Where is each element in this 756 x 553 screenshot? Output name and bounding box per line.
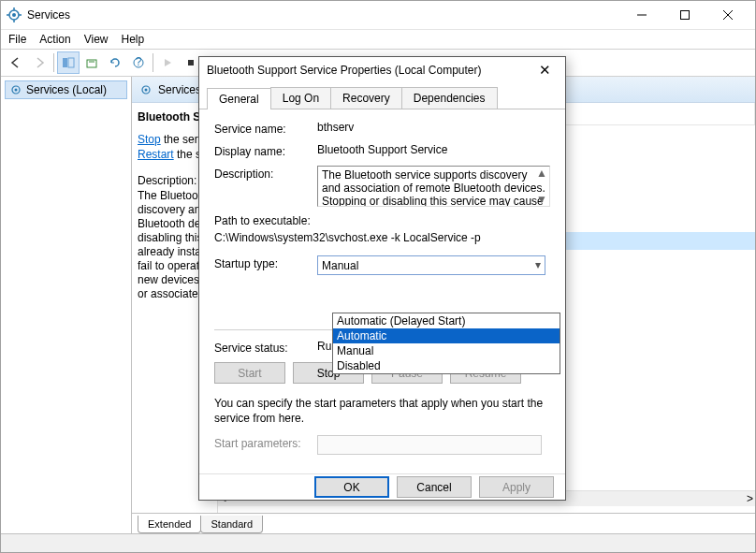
start-service-icon[interactable]	[156, 51, 179, 74]
scroll-up-icon[interactable]: ▲	[536, 167, 547, 180]
toggle-panel-button[interactable]	[57, 51, 80, 74]
scroll-down-icon[interactable]: ▼	[536, 193, 547, 206]
tab-extended[interactable]: Extended	[138, 516, 201, 533]
tab-general[interactable]: General	[207, 88, 271, 109]
apply-button[interactable]: Apply	[479, 476, 554, 498]
menu-file[interactable]: File	[8, 33, 26, 46]
menu-action[interactable]: Action	[39, 33, 70, 46]
dialog-tabs: General Log On Recovery Dependencies	[199, 83, 565, 109]
dropdown-option[interactable]: Disabled	[333, 358, 560, 373]
service-name-value: bthserv	[317, 121, 550, 134]
tab-logon[interactable]: Log On	[270, 87, 331, 109]
startup-type-label: Startup type:	[214, 255, 317, 270]
export-button[interactable]	[80, 51, 103, 74]
tab-dependencies[interactable]: Dependencies	[401, 87, 498, 109]
tree-root-services[interactable]: Services (Local)	[5, 80, 127, 99]
menu-help[interactable]: Help	[122, 33, 145, 46]
status-bar	[1, 533, 755, 552]
description-text: The Bluetooth service supports discovery…	[322, 168, 545, 207]
title-bar: Services	[1, 1, 755, 29]
properties-dialog: Bluetooth Support Service Properties (Lo…	[198, 56, 566, 501]
menu-view[interactable]: View	[84, 33, 109, 46]
dialog-close-button[interactable]: ✕	[531, 57, 558, 83]
stop-link[interactable]: Stop	[138, 133, 161, 146]
cancel-button[interactable]: Cancel	[397, 476, 472, 498]
path-value: C:\Windows\system32\svchost.exe -k Local…	[214, 231, 550, 244]
back-button[interactable]	[5, 51, 27, 74]
svg-text:?: ?	[136, 56, 142, 68]
services-icon	[7, 7, 22, 22]
svg-rect-16	[188, 60, 194, 65]
svg-rect-10	[63, 58, 67, 67]
service-name-label: Service name:	[214, 121, 317, 136]
gear-icon	[9, 83, 22, 96]
minimize-button[interactable]	[620, 1, 663, 29]
start-params-input[interactable]	[317, 435, 542, 455]
dialog-titlebar: Bluetooth Support Service Properties (Lo…	[199, 57, 565, 83]
ok-button[interactable]: OK	[314, 476, 389, 498]
tab-recovery[interactable]: Recovery	[330, 87, 402, 109]
path-label: Path to executable:	[214, 214, 550, 227]
svg-rect-7	[681, 11, 690, 20]
menu-bar: File Action View Help	[1, 29, 755, 49]
help-button[interactable]: ?	[127, 51, 150, 74]
display-name-label: Display name:	[214, 143, 317, 158]
tree-root-label: Services (Local)	[26, 83, 107, 96]
dropdown-option[interactable]: Automatic	[333, 328, 560, 343]
close-button[interactable]	[706, 1, 749, 29]
maximize-button[interactable]	[663, 1, 706, 29]
dialog-title: Bluetooth Support Service Properties (Lo…	[207, 64, 531, 77]
start-button[interactable]: Start	[214, 362, 285, 384]
startup-dropdown[interactable]: Automatic (Delayed Start)AutomaticManual…	[332, 313, 560, 374]
stop-suffix: the serv	[161, 133, 204, 146]
gear-icon	[139, 83, 153, 96]
svg-point-21	[15, 89, 18, 92]
tree-pane: Services (Local)	[1, 77, 132, 533]
service-status-label: Service status:	[214, 340, 317, 355]
svg-point-23	[145, 88, 148, 91]
start-params-note: You can specify the start parameters tha…	[214, 397, 550, 426]
description-box[interactable]: The Bluetooth service supports discovery…	[317, 166, 550, 207]
tab-standard[interactable]: Standard	[200, 516, 263, 533]
startup-type-select[interactable]: Manual	[317, 255, 545, 275]
svg-point-1	[12, 13, 16, 17]
display-name-value: Bluetooth Support Service	[317, 143, 550, 156]
bottom-tabs: Extended Standard	[132, 513, 755, 533]
refresh-button[interactable]	[104, 51, 126, 74]
scroll-right-icon[interactable]: >	[747, 492, 753, 505]
svg-rect-12	[87, 60, 96, 67]
window-title: Services	[27, 8, 620, 22]
dropdown-option[interactable]: Manual	[333, 343, 560, 358]
svg-rect-11	[68, 58, 74, 67]
dropdown-option[interactable]: Automatic (Delayed Start)	[333, 313, 560, 328]
restart-link[interactable]: Restart	[138, 148, 174, 161]
start-params-label: Start parameters:	[214, 435, 317, 450]
forward-button[interactable]	[28, 51, 51, 74]
description-label: Description:	[214, 166, 317, 181]
